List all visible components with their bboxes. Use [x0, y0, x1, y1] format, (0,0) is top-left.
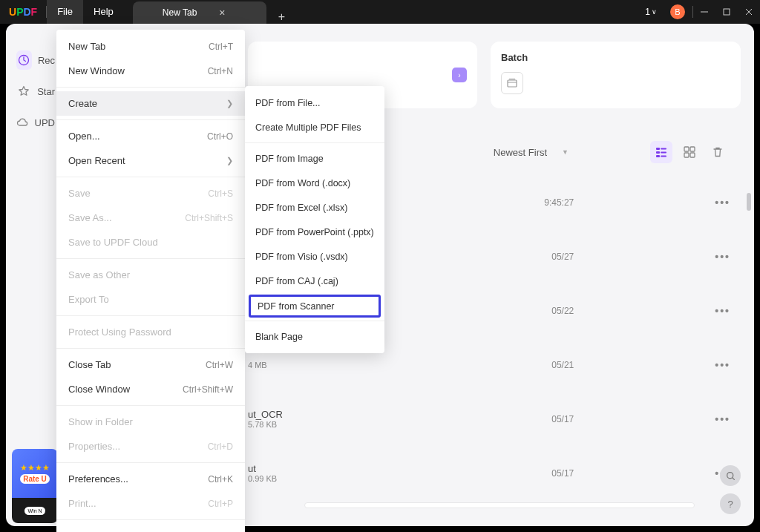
file-size: 5.78 KB — [248, 420, 283, 429]
sort-dropdown[interactable]: Newest First ▼ — [494, 147, 569, 158]
svg-rect-10 — [656, 151, 660, 154]
menu-item-print: Print...Ctrl+P — [56, 491, 245, 516]
add-tab-button[interactable]: + — [274, 10, 289, 24]
menu-item-show-in-folder: Show in Folder — [56, 410, 245, 434]
menu-item-export-to: Export To — [56, 287, 245, 312]
menu-separator — [56, 519, 245, 520]
menu-item-label: Save — [68, 188, 91, 199]
scrollbar[interactable] — [747, 193, 751, 211]
menu-separator — [56, 258, 245, 259]
svg-rect-11 — [661, 152, 666, 154]
stars-icon: ★★★★ — [20, 463, 50, 473]
more-icon[interactable]: ••• — [715, 305, 730, 317]
tab-new[interactable]: New Tab × — [133, 1, 266, 24]
svg-rect-5 — [508, 80, 517, 87]
svg-rect-9 — [661, 148, 666, 150]
svg-rect-16 — [684, 153, 689, 157]
svg-rect-1 — [724, 9, 730, 15]
more-icon[interactable]: ••• — [715, 413, 730, 425]
menu-item-new-tab[interactable]: New TabCtrl+T — [56, 34, 245, 59]
submenu-item-pdf-from-scanner[interactable]: PDF from Scanner — [249, 295, 381, 318]
titlebar: UPDF File Help New Tab × + 1∨ B — [0, 0, 760, 24]
menubar-file[interactable]: File — [47, 0, 83, 24]
submenu-item-pdf-from-visio-vsdx[interactable]: PDF from Visio (.vsdx) — [245, 244, 384, 269]
more-icon[interactable]: ••• — [715, 359, 730, 371]
more-icon[interactable]: ••• — [715, 251, 730, 263]
submenu-item-create-multiple-pdf-files[interactable]: Create Multiple PDF Files — [245, 115, 384, 139]
menu-item-create[interactable]: Create❯ — [56, 91, 245, 116]
menu-item-save-as-other: Save as Other — [56, 263, 245, 287]
svg-line-19 — [732, 477, 733, 479]
menu-shortcut: Ctrl+O — [207, 131, 233, 142]
svg-rect-13 — [661, 156, 666, 157]
file-size: 4 MB — [248, 361, 267, 370]
menu-shortcut: Ctrl+P — [208, 499, 233, 509]
help-button[interactable]: ? — [720, 493, 741, 514]
menu-item-label: Preferences... — [68, 473, 128, 485]
avatar[interactable]: B — [670, 4, 685, 19]
view-grid-button[interactable] — [678, 141, 701, 163]
menu-shortcut: Ctrl+N — [208, 66, 233, 76]
submenu-item-pdf-from-excel-xlsx[interactable]: PDF from Excel (.xlsx) — [245, 195, 384, 220]
menu-item-properties: Properties...Ctrl+D — [56, 434, 245, 459]
menu-item-close-tab[interactable]: Close TabCtrl+W — [56, 352, 245, 377]
submenu-item-blank-page[interactable]: Blank Page — [245, 324, 384, 349]
app-logo: UPDF — [0, 6, 46, 18]
chevron-right-icon: ❯ — [226, 156, 233, 165]
notification-indicator[interactable]: 1∨ — [639, 7, 663, 17]
promo-win-label: Win N — [24, 507, 45, 515]
menu-item-label: Create — [68, 98, 97, 109]
submenu-item-pdf-from-powerpoint-pptx[interactable]: PDF from PowerPoint (.pptx) — [245, 220, 384, 244]
menu-item-label: Properties... — [68, 441, 120, 452]
submenu-item-pdf-from-image[interactable]: PDF from Image — [245, 146, 384, 171]
menu-item-label: Protect Using Password — [68, 326, 171, 338]
view-list-button[interactable] — [650, 141, 672, 163]
batch-label: Batch — [501, 52, 730, 63]
close-button[interactable] — [738, 0, 760, 24]
submenu-item-pdf-from-caj-caj[interactable]: PDF from CAJ (.caj) — [245, 269, 384, 293]
menu-item-save: SaveCtrl+S — [56, 181, 245, 206]
promo-banner[interactable]: ★★★★ Rate U Win N — [12, 449, 58, 523]
menu-item-close-window[interactable]: Close WindowCtrl+Shift+W — [56, 377, 245, 401]
menu-item-preferences[interactable]: Preferences...Ctrl+K — [56, 467, 245, 491]
file-menu: New TabCtrl+TNew WindowCtrl+NCreate❯Open… — [56, 30, 245, 532]
submenu-item-pdf-from-word-docx[interactable]: PDF from Word (.docx) — [245, 171, 384, 195]
minimize-button[interactable] — [693, 0, 715, 24]
menu-item-open-recent[interactable]: Open Recent❯ — [56, 148, 245, 173]
create-submenu: PDF from File...Create Multiple PDF File… — [245, 86, 384, 353]
menu-shortcut: Ctrl+Shift+W — [183, 384, 233, 395]
delete-button[interactable] — [707, 141, 729, 163]
horizontal-scrollbar[interactable] — [304, 502, 695, 508]
sidebar-item-recent[interactable]: Rec — [6, 45, 55, 76]
promo-rate-label: Rate U — [20, 474, 50, 484]
menu-item-label: New Window — [68, 65, 125, 76]
menu-item-quit-updf[interactable]: Quit UPDFCtrl+Q — [56, 524, 245, 532]
close-icon[interactable]: × — [219, 7, 225, 19]
cloud-icon — [16, 113, 29, 132]
menu-shortcut: Ctrl+T — [209, 42, 233, 52]
menubar-help[interactable]: Help — [83, 0, 124, 24]
file-date: 05/21 — [551, 360, 574, 370]
svg-rect-12 — [656, 155, 660, 157]
more-icon[interactable]: ••• — [715, 197, 730, 208]
svg-rect-14 — [684, 147, 689, 151]
search-button[interactable] — [720, 465, 741, 486]
sidebar-item-cloud[interactable]: UPD — [6, 107, 55, 138]
batch-card[interactable]: Batch — [491, 42, 741, 108]
svg-rect-8 — [656, 148, 660, 150]
sidebar-item-starred[interactable]: Star — [6, 76, 55, 107]
menu-item-open[interactable]: Open...Ctrl+O — [56, 124, 245, 148]
menu-item-label: Print... — [68, 498, 96, 509]
menu-item-label: Export To — [68, 294, 109, 305]
menu-separator — [56, 177, 245, 177]
clock-icon — [16, 50, 32, 70]
tab-title: New Tab — [163, 7, 197, 18]
menu-separator — [245, 321, 384, 321]
file-date: 05/27 — [551, 252, 574, 262]
menu-item-new-window[interactable]: New WindowCtrl+N — [56, 59, 245, 83]
file-date: 05/17 — [551, 414, 574, 424]
menu-item-protect-using-password: Protect Using Password — [56, 320, 245, 344]
chevron-right-icon: › — [452, 68, 467, 82]
submenu-item-pdf-from-file[interactable]: PDF from File... — [245, 91, 384, 115]
maximize-button[interactable] — [715, 0, 738, 24]
